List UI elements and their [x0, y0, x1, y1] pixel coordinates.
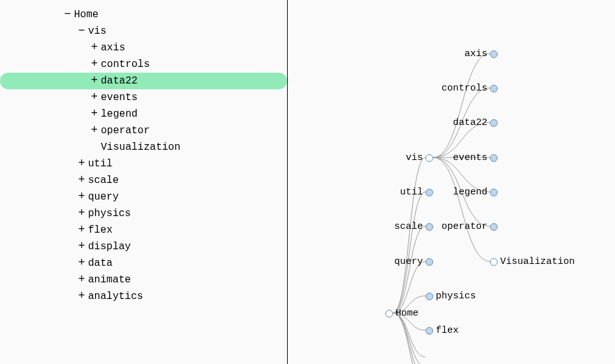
graph-node-label: util	[400, 187, 423, 198]
graph-node-label: vis	[406, 152, 423, 163]
tree-row-controls[interactable]: + controls	[0, 56, 287, 73]
tree-row-animate[interactable]: + animate	[0, 272, 287, 288]
expand-icon[interactable]: +	[75, 238, 88, 254]
tree-label: scale	[88, 172, 119, 189]
node-dot-icon[interactable]	[385, 310, 393, 317]
tree-row-util[interactable]: + util	[0, 156, 287, 172]
node-dot-icon[interactable]	[490, 119, 498, 127]
tree-row-data[interactable]: + data	[0, 255, 287, 272]
tree-label: animate	[88, 272, 131, 288]
tree-label: Visualization	[101, 139, 181, 156]
expand-icon[interactable]: +	[75, 205, 88, 221]
graph-node-flex[interactable]: flex	[426, 325, 459, 336]
graph-node-label: Home	[396, 308, 419, 319]
tree-label: query	[88, 189, 119, 205]
node-dot-icon[interactable]	[426, 258, 433, 266]
tree-row-data22[interactable]: +	[0, 73, 287, 89]
node-dot-icon[interactable]	[426, 327, 433, 335]
expand-icon[interactable]: +	[88, 122, 101, 138]
graph-node-label: physics	[436, 291, 476, 302]
graph-node-label: flex	[436, 325, 459, 336]
tree-row-axis[interactable]: + axis	[0, 40, 287, 56]
tree-pane: − Home − vis + axis + controls + + event…	[0, 0, 288, 364]
collapse-icon[interactable]: −	[75, 22, 88, 39]
graph-node-controls[interactable]: controls	[441, 83, 498, 94]
graph-node-label: Visualization	[500, 256, 575, 267]
tree-row-operator[interactable]: + operator	[0, 122, 287, 139]
tree-label: events	[101, 89, 138, 106]
tree-label: legend	[101, 106, 138, 122]
tree-row-flex[interactable]: + flex	[0, 222, 287, 238]
node-dot-icon[interactable]	[426, 223, 433, 231]
graph-node-vis[interactable]: vis	[406, 152, 433, 163]
node-dot-icon[interactable]	[490, 258, 498, 266]
tree-row-legend[interactable]: + legend	[0, 106, 287, 122]
node-dot-icon[interactable]	[490, 85, 498, 92]
node-dot-icon[interactable]	[426, 293, 433, 300]
tree-label-edit-input[interactable]	[101, 75, 267, 87]
expand-icon[interactable]: +	[88, 55, 101, 72]
expand-icon[interactable]: +	[75, 188, 88, 205]
graph-node-physics[interactable]: physics	[426, 291, 476, 302]
expand-icon[interactable]: +	[75, 221, 88, 238]
node-dot-icon[interactable]	[490, 189, 498, 196]
graph-node-query[interactable]: query	[394, 256, 433, 267]
tree-row-events[interactable]: + events	[0, 89, 287, 106]
tree-label: util	[88, 156, 112, 172]
tree-row-display[interactable]: + display	[0, 238, 287, 255]
graph-node-axis[interactable]: axis	[464, 48, 498, 59]
expand-icon[interactable]: +	[75, 271, 88, 288]
graph-links-layer	[288, 0, 615, 364]
expand-icon[interactable]: +	[88, 39, 101, 55]
tree-row-analytics[interactable]: + analytics	[0, 288, 287, 305]
node-dot-icon[interactable]	[490, 154, 498, 162]
graph-node-label: legend	[453, 187, 487, 198]
tree-row-visualization[interactable]: Visualization	[0, 139, 287, 156]
expand-icon[interactable]: +	[88, 72, 101, 89]
tree-row-vis[interactable]: − vis	[0, 23, 287, 40]
graph-pane[interactable]: Homevisutilscalequeryphysicsflexaxiscont…	[288, 0, 615, 364]
graph-node-util[interactable]: util	[400, 187, 433, 198]
graph-node-label: controls	[441, 83, 487, 94]
graph-node-operator[interactable]: operator	[441, 221, 498, 232]
tree-row-scale[interactable]: + scale	[0, 172, 287, 189]
expand-icon[interactable]: +	[75, 171, 88, 188]
graph-node-label: data22	[453, 117, 487, 128]
graph-node-label: axis	[464, 48, 487, 59]
collapse-icon[interactable]: −	[61, 6, 74, 22]
expand-icon[interactable]: +	[75, 155, 88, 171]
graph-node-home[interactable]: Home	[385, 308, 419, 319]
tree-label: vis	[88, 23, 107, 40]
tree-label: display	[88, 238, 131, 255]
graph-node-scale[interactable]: scale	[394, 221, 433, 232]
node-dot-icon[interactable]	[426, 189, 433, 196]
tree-row-home[interactable]: − Home	[0, 6, 287, 23]
graph-node-label: events	[453, 152, 487, 163]
node-dot-icon[interactable]	[426, 154, 433, 162]
tree-label: axis	[101, 40, 125, 56]
tree-row-query[interactable]: + query	[0, 189, 287, 205]
expand-icon[interactable]: +	[75, 254, 88, 271]
expand-icon[interactable]: +	[88, 105, 101, 122]
tree-label: controls	[101, 56, 150, 73]
tree-label: operator	[101, 122, 150, 139]
expand-icon[interactable]: +	[75, 288, 88, 304]
node-dot-icon[interactable]	[490, 223, 498, 231]
graph-node-visualization[interactable]: Visualization	[490, 256, 575, 267]
graph-node-label: query	[394, 256, 423, 267]
graph-node-events[interactable]: events	[453, 152, 498, 163]
graph-node-data22[interactable]: data22	[453, 117, 498, 128]
graph-node-label: operator	[441, 221, 487, 232]
graph-node-legend[interactable]: legend	[453, 187, 498, 198]
node-dot-icon[interactable]	[490, 50, 498, 58]
expand-icon[interactable]: +	[88, 89, 101, 105]
tree-label: flex	[88, 222, 112, 238]
tree-row-physics[interactable]: + physics	[0, 205, 287, 222]
tree-label: physics	[88, 205, 131, 222]
tree-label: analytics	[88, 288, 143, 305]
tree-label: Home	[74, 6, 98, 23]
graph-node-label: scale	[394, 221, 423, 232]
tree-label: data	[88, 255, 112, 272]
